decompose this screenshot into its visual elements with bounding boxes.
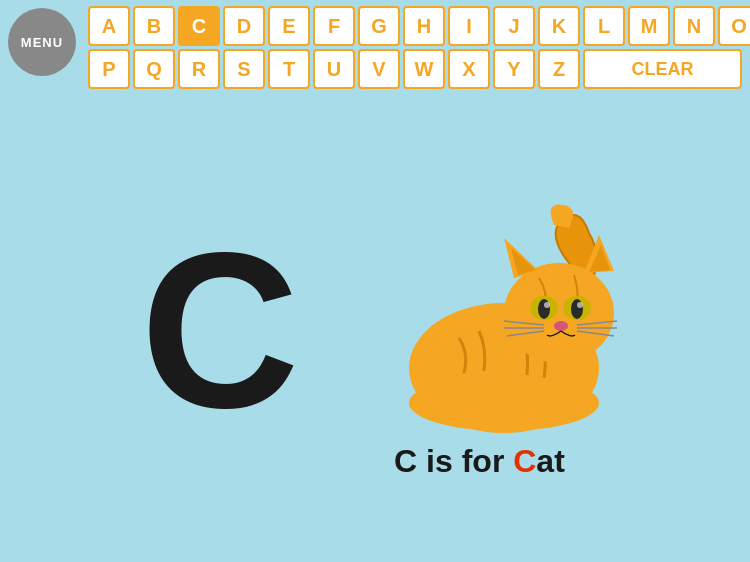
alpha-btn-t[interactable]: T: [268, 49, 310, 89]
svg-point-8: [538, 299, 550, 319]
alpha-btn-y[interactable]: Y: [493, 49, 535, 89]
alpha-btn-g[interactable]: G: [358, 6, 400, 46]
caption: C is for Cat: [394, 443, 565, 480]
alpha-btn-p[interactable]: P: [88, 49, 130, 89]
alpha-btn-o[interactable]: O: [718, 6, 750, 46]
alpha-btn-q[interactable]: Q: [133, 49, 175, 89]
alpha-btn-i[interactable]: I: [448, 6, 490, 46]
alpha-btn-k[interactable]: K: [538, 6, 580, 46]
alpha-btn-s[interactable]: S: [223, 49, 265, 89]
alpha-btn-c[interactable]: C: [178, 6, 220, 46]
svg-point-10: [544, 302, 550, 308]
alpha-btn-u[interactable]: U: [313, 49, 355, 89]
alpha-btn-z[interactable]: Z: [538, 49, 580, 89]
alpha-btn-l[interactable]: L: [583, 6, 625, 46]
caption-prefix: C is for: [394, 443, 513, 479]
right-side: C is for Cat: [329, 183, 629, 480]
alphabet-row-1: ABCDEFGHIJKLMNO: [88, 6, 742, 46]
alpha-btn-b[interactable]: B: [133, 6, 175, 46]
alphabet-container: ABCDEFGHIJKLMNO PQRSTUVWXYZCLEAR: [88, 6, 742, 92]
alphabet-row-2: PQRSTUVWXYZCLEAR: [88, 49, 742, 89]
alpha-btn-j[interactable]: J: [493, 6, 535, 46]
big-letter: C: [141, 221, 300, 441]
svg-point-1: [504, 263, 614, 363]
cat-image: [329, 183, 629, 433]
caption-suffix: at: [536, 443, 564, 479]
alpha-btn-m[interactable]: M: [628, 6, 670, 46]
menu-button[interactable]: MENU: [8, 8, 76, 76]
svg-point-9: [571, 299, 583, 319]
menu-label: MENU: [21, 35, 63, 50]
svg-point-27: [409, 375, 599, 431]
alpha-btn-v[interactable]: V: [358, 49, 400, 89]
main-content: C: [0, 100, 750, 562]
alpha-btn-e[interactable]: E: [268, 6, 310, 46]
alpha-btn-w[interactable]: W: [403, 49, 445, 89]
alpha-btn-r[interactable]: R: [178, 49, 220, 89]
svg-point-11: [577, 302, 583, 308]
alpha-btn-x[interactable]: X: [448, 49, 490, 89]
clear-button[interactable]: CLEAR: [583, 49, 742, 89]
alpha-btn-f[interactable]: F: [313, 6, 355, 46]
caption-highlight: C: [513, 443, 536, 479]
alpha-btn-a[interactable]: A: [88, 6, 130, 46]
alpha-btn-n[interactable]: N: [673, 6, 715, 46]
alpha-btn-h[interactable]: H: [403, 6, 445, 46]
alpha-btn-d[interactable]: D: [223, 6, 265, 46]
svg-point-12: [554, 321, 568, 331]
